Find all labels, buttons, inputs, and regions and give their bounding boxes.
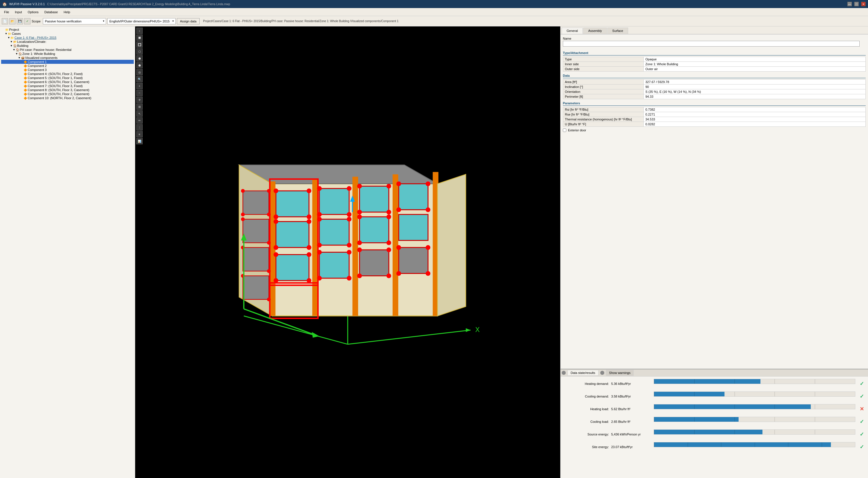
rse-row: Rse [hr ft² °F/Btu] 0.2271 [563,112,866,117]
result-status-3: ✓ [858,418,866,426]
vp-tool-cursor[interactable]: ✛ [136,97,143,103]
type-attachment-table: Type Opaque Inner side Zone 1: Whole Bui… [563,57,866,71]
orientation-value[interactable]: S (35 %), E (16 %), W (14 %), N (34 %) [644,89,866,94]
tab-show-warnings[interactable]: Show warnings [606,370,634,376]
vp-tool-2[interactable]: 🔲 [136,34,143,41]
vp-tool-4[interactable]: ⬡ [136,48,143,55]
results-panel: Data state/results Show warnings Heating… [561,369,868,478]
tree-item-8[interactable]: 🔶Component 1 [1,60,134,64]
svg-marker-8 [239,165,437,184]
tree-item-3[interactable]: ▼📂Localization/Climate: [1,40,134,44]
vp-tool-zoom-in[interactable]: + [136,83,143,89]
tree-container[interactable]: 📁Project ▼📁Cases ▼📁Case 1: 6 Flat - PHIU… [0,27,135,478]
tree-item-13[interactable]: 🔶Component 6: (SOUTH, Floor 1, Casement) [1,80,134,84]
result-bar-container-0: 0246810 [654,379,855,384]
svg-rect-23 [276,255,309,281]
vp-tool-data[interactable]: 📊 [136,138,143,144]
toolbar-icon-new[interactable]: 📄 [2,18,8,25]
outer-side-value[interactable]: Outer air [644,67,866,71]
tree-item-14[interactable]: 🔶Component 7: (SOUTH, Floor 3, Fixed) [1,84,134,88]
exterior-door-label: Exterior door [568,128,586,132]
result-bar-container-3: 012345 [654,417,855,422]
vp-tool-5[interactable]: ⬢ [136,55,143,62]
svg-point-55 [274,252,278,257]
close-btn[interactable]: ✕ [861,2,866,6]
vp-tool-8[interactable]: 🔍 [136,76,143,82]
tree-item-15[interactable]: 🔶Component 8: (SOUTH, Floor 3, Casement) [1,88,134,92]
minimize-btn[interactable]: — [847,2,852,6]
vp-tool-7[interactable]: ◎ [136,69,143,75]
vp-tool-grid[interactable]: ⋮ [136,124,143,130]
area-value[interactable]: 327.67 / 5929.78 [644,79,866,85]
assign-data-button[interactable]: Assign data [177,18,199,25]
viewport[interactable]: ↕ 🔲 🔳 ⬡ ⬢ ⬟ ◎ 🔍 + − ✛ ⊞ ↖ ✏ ⋮ ≡ 📊 X [135,27,560,478]
tree-item-16[interactable]: 🔶Component 9: (SOUTH, Floor 2, Casement) [1,92,134,96]
result-value-0: 5.36 kBtu/ft²yr [611,382,651,385]
area-row: Area [ft²] 327.67 / 5929.78 [563,79,866,85]
tree-item-10[interactable]: 🔶Component 3 [1,68,134,72]
tree-item-7[interactable]: ▼📦Visualized components [1,56,134,60]
tree-item-9[interactable]: 🔶Component 2 [1,64,134,68]
perimeter-value[interactable]: 94.33 [644,94,866,99]
tree-item-6[interactable]: ▼🏠Zone 1: Whole Building [1,52,134,56]
thermal-res-label: Thermal resistance (homogenous) [hr ft² … [563,117,644,122]
tab-assembly[interactable]: Assembly [583,28,607,34]
result-bar-container-2: 012345 [654,404,855,409]
thermal-res-row: Thermal resistance (homogenous) [hr ft² … [563,117,866,122]
lang-dropdown[interactable]: English/IP/Outer dimensions/PHIUS+ 2015 [107,18,176,25]
svg-point-68 [426,245,430,250]
svg-point-52 [386,215,391,219]
result-value-5: 23.07 kBtu/ft²yr [611,445,651,449]
tree-item-2[interactable]: ▼📁Case 1: 6 Flat - PHIUS+ 2015 [1,36,134,40]
svg-point-37 [357,210,362,215]
exterior-door-checkbox[interactable] [563,128,566,132]
toolbar-icon-open[interactable]: 📂 [9,18,16,25]
tab-surface[interactable]: Surface [608,28,628,34]
inner-side-value[interactable]: Zone 1: Whole Building [644,62,866,67]
vp-tool-select[interactable]: ⊞ [136,103,143,110]
inclination-value[interactable]: 90 [644,85,866,89]
data-header: Data [563,74,866,78]
maximize-btn[interactable]: □ [854,2,859,6]
vp-tool-1[interactable]: ↕ [136,28,143,34]
tree-item-17[interactable]: 🔶Component 10: (NORTH, Floor 2, Casement… [1,96,134,100]
menu-help[interactable]: Help [61,9,73,15]
svg-point-78 [241,189,245,193]
toolbar-icon-save[interactable]: 💾 [17,18,23,25]
menu-input[interactable]: Input [12,9,25,15]
u-label: U [Btu/hr ft² °F] [563,122,644,127]
menu-file[interactable]: File [1,9,12,15]
app-name: WUFI® Passive V.3.2.0.1 [9,2,45,6]
tree-item-4[interactable]: ▼🏠Building [1,44,134,48]
vp-tool-zoom-out[interactable]: − [136,90,143,96]
menu-database[interactable]: Database [41,9,61,15]
vp-tool-6[interactable]: ⬟ [136,62,143,68]
tree-item-0[interactable]: 📁Project [1,28,134,32]
svg-point-27 [274,189,278,193]
tree-item-5[interactable]: ▼🏠PH case: Passive house: Residential [1,48,134,52]
vp-tool-arrow[interactable]: ↖ [136,110,143,117]
svg-point-83 [267,241,271,245]
tree-item-1[interactable]: ▼📁Cases [1,32,134,36]
svg-point-46 [307,245,311,250]
svg-point-41 [396,207,401,212]
building-3d-view: X [135,27,560,478]
lang-value: English/IP/Outer dimensions/PHIUS+ 2015 [109,20,169,23]
svg-rect-77 [243,276,269,299]
scope-dropdown[interactable]: Passive house verification [43,18,106,25]
menu-options[interactable]: Options [25,9,41,15]
tree-item-12[interactable]: 🔶Component 5: (SOUTH, Floor 1, Fixed) [1,76,134,80]
result-row-3: Cooling load: 2.65 Btu/hr ft² 012345 ✓ [563,417,866,426]
vp-tool-pencil[interactable]: ✏ [136,117,143,124]
tab-data-state[interactable]: Data state/results [567,370,598,376]
toolbar-icon-check[interactable]: ✓ [24,18,30,25]
vp-tool-3[interactable]: 🔳 [136,41,143,48]
results-icon [562,371,566,375]
vp-tool-layers[interactable]: ≡ [136,131,143,137]
type-value[interactable]: Opaque [644,57,866,62]
svg-rect-76 [243,248,269,271]
tab-general[interactable]: General [562,28,583,34]
name-input[interactable] [563,41,860,46]
tree-item-11[interactable]: 🔶Component 4: (SOUTH, Floor 2, Fixed) [1,72,134,76]
result-bar-container-5: 04.178.3312.516.6720.8325 [654,442,855,447]
